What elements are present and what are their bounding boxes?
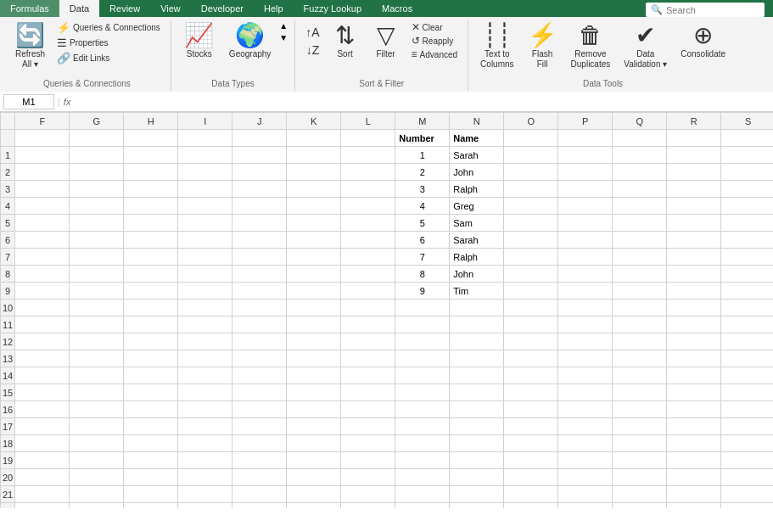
- cell-H-8[interactable]: [124, 266, 178, 283]
- col-header-R[interactable]: R: [667, 113, 721, 130]
- row-header-6[interactable]: 6: [1, 232, 15, 249]
- cell-N-11[interactable]: [450, 316, 504, 333]
- cell-J-16[interactable]: [232, 401, 287, 418]
- cell-F-11[interactable]: [15, 316, 70, 333]
- cell-G-19[interactable]: [70, 452, 124, 469]
- cell-M-21[interactable]: [395, 486, 450, 503]
- cell-M-5[interactable]: 5: [395, 215, 450, 232]
- cell-F-13[interactable]: [15, 350, 70, 367]
- cell-K-8[interactable]: [287, 266, 341, 283]
- sort-button[interactable]: ⇅ Sort: [327, 20, 364, 63]
- cell-M-1[interactable]: 1: [395, 147, 450, 164]
- cell-S-14[interactable]: [721, 367, 773, 384]
- cell-O-7[interactable]: [504, 249, 558, 266]
- tab-data[interactable]: Data: [59, 0, 99, 17]
- cell-I-21[interactable]: [178, 486, 232, 503]
- cell-Q-5[interactable]: [613, 215, 667, 232]
- cell-P-7[interactable]: [558, 249, 613, 266]
- cell-G-9[interactable]: [70, 283, 124, 300]
- cell-H-12[interactable]: [124, 333, 178, 350]
- text-to-columns-button[interactable]: ┊┊ Text to Columns: [475, 20, 518, 73]
- cell-L-8[interactable]: [341, 266, 395, 283]
- cell-F-17[interactable]: [15, 418, 70, 435]
- cell-P-header[interactable]: [558, 130, 613, 147]
- cell-J-1[interactable]: [232, 147, 287, 164]
- cell-M-3[interactable]: 3: [395, 181, 450, 198]
- cell-H-14[interactable]: [124, 367, 178, 384]
- cell-L-5[interactable]: [341, 215, 395, 232]
- cell-M-15[interactable]: [395, 384, 450, 401]
- cell-I-15[interactable]: [178, 384, 232, 401]
- queries-connections-button[interactable]: ⚡ Queries & Connections: [53, 20, 164, 35]
- cell-N-15[interactable]: [450, 384, 504, 401]
- cell-N-18[interactable]: [450, 435, 504, 452]
- cell-P-9[interactable]: [558, 283, 613, 300]
- cell-M-header[interactable]: Number: [395, 130, 450, 147]
- row-header-22[interactable]: 22: [1, 503, 15, 509]
- cell-S-8[interactable]: [721, 266, 773, 283]
- cell-S-13[interactable]: [721, 350, 773, 367]
- clear-button[interactable]: ✕ Clear: [408, 20, 462, 34]
- row-header-5[interactable]: 5: [1, 215, 15, 232]
- cell-N-13[interactable]: [450, 350, 504, 367]
- cell-P-8[interactable]: [558, 266, 613, 283]
- sort-za-button[interactable]: ↓Z: [303, 42, 323, 59]
- cell-P-15[interactable]: [558, 384, 613, 401]
- col-header-N[interactable]: N: [450, 113, 504, 130]
- cell-Q-22[interactable]: [613, 503, 667, 509]
- cell-O-15[interactable]: [504, 384, 558, 401]
- cell-F-3[interactable]: [15, 181, 70, 198]
- cell-G-14[interactable]: [70, 367, 124, 384]
- cell-L-11[interactable]: [341, 316, 395, 333]
- cell-F-14[interactable]: [15, 367, 70, 384]
- cell-G-2[interactable]: [70, 164, 124, 181]
- cell-O-21[interactable]: [504, 486, 558, 503]
- edit-links-button[interactable]: 🔗 Edit Links: [53, 51, 164, 65]
- cell-R-22[interactable]: [667, 503, 721, 509]
- cell-F-7[interactable]: [15, 249, 70, 266]
- cell-Q-16[interactable]: [613, 401, 667, 418]
- cell-G-22[interactable]: [70, 503, 124, 509]
- cell-K-19[interactable]: [287, 452, 341, 469]
- cell-I-8[interactable]: [178, 266, 232, 283]
- cell-K-10[interactable]: [287, 300, 341, 316]
- filter-button[interactable]: ▽ Filter: [367, 20, 405, 63]
- cell-O-5[interactable]: [504, 215, 558, 232]
- cell-I-12[interactable]: [178, 333, 232, 350]
- cell-I-14[interactable]: [178, 367, 232, 384]
- cell-G-16[interactable]: [70, 401, 124, 418]
- cell-R-3[interactable]: [667, 181, 721, 198]
- cell-Q-20[interactable]: [613, 469, 667, 486]
- cell-I-1[interactable]: [178, 147, 232, 164]
- col-header-K[interactable]: K: [287, 113, 341, 130]
- col-header-P[interactable]: P: [558, 113, 613, 130]
- row-header-7[interactable]: 7: [1, 249, 15, 266]
- cell-P-4[interactable]: [558, 198, 613, 215]
- cell-M-4[interactable]: 4: [395, 198, 450, 215]
- cell-K-7[interactable]: [287, 249, 341, 266]
- cell-O-17[interactable]: [504, 418, 558, 435]
- cell-R-14[interactable]: [667, 367, 721, 384]
- cell-I-6[interactable]: [178, 232, 232, 249]
- cell-S-20[interactable]: [721, 469, 773, 486]
- cell-H-3[interactable]: [124, 181, 178, 198]
- cell-H-17[interactable]: [124, 418, 178, 435]
- data-validation-button[interactable]: ✔ Data Validation ▾: [619, 20, 672, 73]
- cell-Q-18[interactable]: [613, 435, 667, 452]
- cell-R-7[interactable]: [667, 249, 721, 266]
- cell-P-10[interactable]: [558, 300, 613, 316]
- cell-O-12[interactable]: [504, 333, 558, 350]
- cell-S-5[interactable]: [721, 215, 773, 232]
- row-header-18[interactable]: 18: [1, 435, 15, 452]
- cell-J-3[interactable]: [232, 181, 287, 198]
- cell-F-22[interactable]: [15, 503, 70, 509]
- cell-Q-9[interactable]: [613, 283, 667, 300]
- row-header-3[interactable]: 3: [1, 181, 15, 198]
- cell-J-18[interactable]: [232, 435, 287, 452]
- col-header-S[interactable]: S: [721, 113, 773, 130]
- cell-J-5[interactable]: [232, 215, 287, 232]
- cell-I-11[interactable]: [178, 316, 232, 333]
- row-header-16[interactable]: 16: [1, 401, 15, 418]
- cell-S-2[interactable]: [721, 164, 773, 181]
- cell-L-6[interactable]: [341, 232, 395, 249]
